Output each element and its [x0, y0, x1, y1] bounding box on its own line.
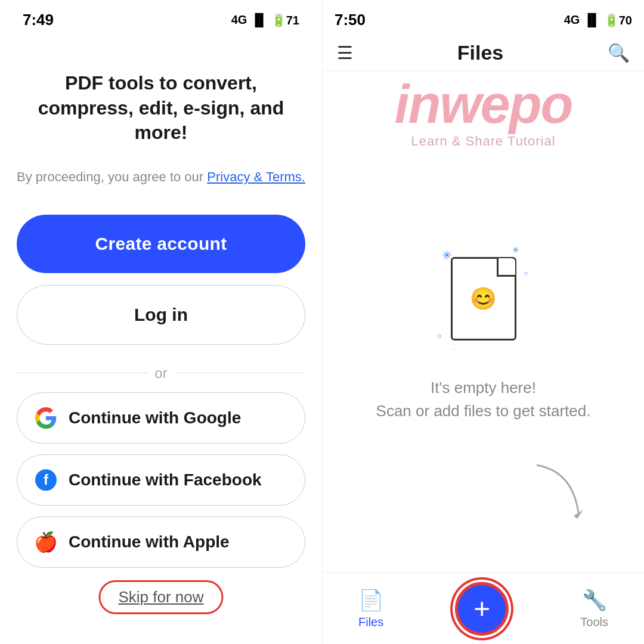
star-deco-5: · [454, 346, 456, 352]
apple-icon: 🍎 [35, 531, 57, 553]
wifi-icon-left: ▐▌ [250, 13, 267, 27]
status-icons-left: 4G ▐▌ 🔋71 [231, 13, 299, 27]
top-nav: ☰ Files 🔍 [323, 35, 644, 71]
google-label: Continue with Google [69, 408, 241, 428]
plus-icon: + [473, 595, 490, 623]
star-deco-3: ○ [437, 331, 442, 340]
arrow-container [525, 453, 596, 525]
signal-icon-right: 4G [564, 13, 580, 27]
terms-prefix: By proceeding, you agree to our [17, 169, 207, 184]
empty-state: ✳ ✳ ○ ○ · 😊 It's empty here! Scan or add… [323, 71, 644, 644]
facebook-label: Continue with Facebook [69, 470, 262, 490]
arrow-svg [525, 453, 596, 525]
login-button[interactable]: Log in [17, 285, 305, 345]
status-bar-left: 7:49 4G ▐▌ 🔋71 [17, 0, 305, 35]
hero-text: PDF tools to convert, compress, edit, e-… [17, 71, 305, 145]
tools-icon: 🔧 [582, 588, 607, 612]
terms-text: By proceeding, you agree to our Privacy … [17, 169, 305, 185]
signal-icon-left: 4G [231, 13, 247, 27]
empty-title: It's empty here! Scan or add files to ge… [376, 376, 591, 423]
hamburger-icon[interactable]: ☰ [337, 42, 353, 63]
status-bar-right: 7:50 4G ▐▌ 🔋70 [323, 0, 644, 35]
google-button[interactable]: Continue with Google [17, 392, 305, 444]
wifi-icon-right: ▐▌ [583, 13, 600, 27]
add-button[interactable]: + [455, 582, 509, 636]
apple-button[interactable]: 🍎 Continue with Apple [17, 516, 305, 568]
tools-label: Tools [580, 615, 608, 629]
search-icon[interactable]: 🔍 [608, 42, 630, 63]
status-icons-right: 4G ▐▌ 🔋70 [564, 13, 632, 27]
left-panel: 7:49 4G ▐▌ 🔋71 PDF tools to convert, com… [0, 0, 322, 644]
time-right: 7:50 [335, 11, 366, 29]
files-label: Files [358, 615, 383, 629]
facebook-button[interactable]: f Continue with Facebook [17, 454, 305, 506]
battery-icon-right: 🔋70 [604, 13, 632, 27]
facebook-icon: f [35, 469, 57, 491]
page-title: Files [457, 41, 503, 64]
or-divider: or [17, 365, 305, 382]
create-account-button[interactable]: Create account [17, 215, 305, 273]
time-left: 7:49 [23, 11, 54, 29]
file-illustration: ✳ ✳ ○ ○ · 😊 [436, 245, 531, 358]
star-deco-2: ✳ [512, 245, 519, 255]
files-icon: 📄 [358, 588, 383, 612]
right-panel: 7:50 4G ▐▌ 🔋70 ☰ Files 🔍 inwepo Learn & … [322, 0, 644, 644]
star-deco-4: ○ [524, 269, 528, 277]
star-deco-1: ✳ [442, 248, 452, 262]
google-icon [35, 407, 57, 429]
terms-link[interactable]: Privacy & Terms. [207, 169, 305, 184]
tab-files[interactable]: 📄 Files [358, 588, 383, 629]
or-label: or [154, 365, 167, 382]
skip-link[interactable]: Skip for now [98, 580, 223, 614]
bottom-nav: 📄 Files + 🔧 Tools [323, 572, 644, 644]
tab-tools[interactable]: 🔧 Tools [580, 588, 608, 629]
apple-label: Continue with Apple [69, 532, 230, 552]
skip-container: Skip for now [98, 580, 223, 614]
battery-icon-left: 🔋71 [271, 13, 299, 27]
file-doc-icon: 😊 [451, 257, 516, 340]
file-face: 😊 [470, 288, 497, 309]
